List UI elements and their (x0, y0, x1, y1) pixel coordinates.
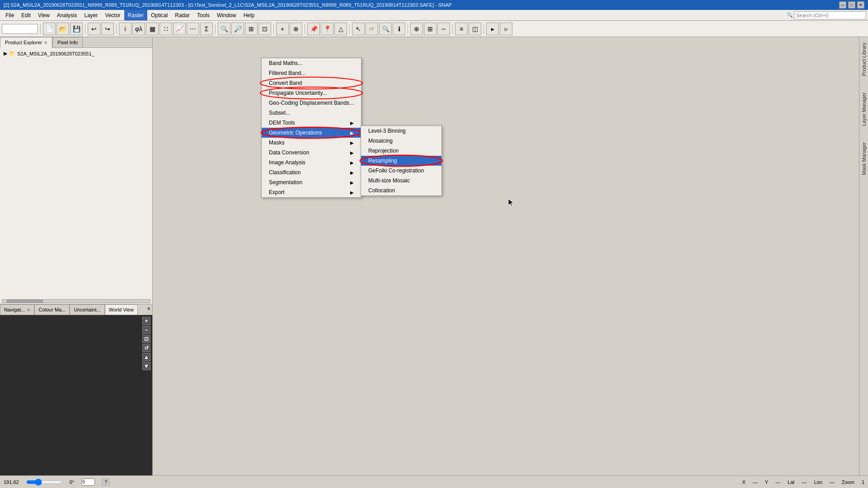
toolbar-scatter2[interactable]: ⋯ (187, 23, 199, 35)
submenu-gefolki[interactable]: GeFolki Co-registration (361, 166, 441, 176)
close-navigator-icon[interactable]: ✕ (27, 307, 30, 312)
toolbar-gcp-manager[interactable]: ⊕ (290, 23, 302, 35)
menu-layer[interactable]: Layer (81, 10, 102, 20)
toolbar-scatter[interactable]: ∷ (160, 23, 172, 35)
toolbar-sync-cursor[interactable]: ⊕ (410, 23, 423, 35)
product-explorer-content: ▶ 📁 S2A_MSIL2A_20190628T023551_ (0, 48, 152, 298)
submenu-resampling[interactable]: Resampling (361, 156, 441, 166)
toolbar-geometry[interactable]: △ (334, 23, 347, 35)
zoom-in-map-btn[interactable]: + (142, 317, 150, 325)
dropdown-propagate-uncertainty[interactable]: Propagate Uncertainty... (262, 88, 361, 98)
toolbar-profile[interactable]: 📈 (173, 23, 186, 35)
submenu-collocation[interactable]: Collocation (361, 186, 441, 195)
dropdown-filtered-band[interactable]: Filtered Band... (262, 68, 361, 78)
dropdown-dem-tools-label: DEM Tools (269, 120, 295, 126)
toolbar-spectrum[interactable]: φλ (132, 23, 145, 35)
tab-navigator[interactable]: Navigat... ✕ (0, 304, 34, 315)
submenu-reprojection[interactable]: Reprojection (361, 146, 441, 156)
dropdown-segmentation[interactable]: Segmentation ▶ (262, 177, 361, 187)
side-tab-mask-manager[interactable]: Mask Manager (860, 139, 868, 179)
nav-up-btn[interactable]: ▲ (142, 353, 150, 361)
menu-analysis[interactable]: Analysis (53, 10, 81, 20)
tab-world-view[interactable]: World View (105, 304, 138, 315)
toolbar-layers[interactable]: ≡ (455, 23, 468, 35)
menu-radar[interactable]: Radar (171, 10, 193, 20)
dropdown-geometric-operations-label: Geometric Operations (269, 130, 322, 136)
coord-display[interactable]: 948.9/6407 (2, 24, 38, 34)
toolbar-pin2[interactable]: 📍 (321, 23, 333, 35)
dropdown-subset-label: Subset... (269, 110, 290, 116)
dropdown-geometric-operations[interactable]: Geometric Operations ▶ (262, 128, 361, 138)
zoom-slider[interactable] (26, 479, 62, 485)
search-input[interactable] (794, 11, 866, 19)
side-tab-layer-manager[interactable]: Layer Manager (860, 89, 868, 130)
toolbar-info-tool[interactable]: ℹ (393, 23, 405, 35)
minimize-button[interactable]: — (839, 1, 846, 9)
toolbar-undo[interactable]: ↩ (88, 23, 100, 35)
close-button[interactable]: ✕ (857, 1, 864, 9)
submenu-multisize-mosaic[interactable]: Multi-size Mosaic (361, 176, 441, 186)
help-btn[interactable]: ? (102, 479, 109, 486)
menu-edit[interactable]: Edit (18, 10, 34, 20)
toolbar-hand[interactable]: ☞ (366, 23, 378, 35)
toolbar-histogram[interactable]: ▦ (146, 23, 159, 35)
dropdown-data-conversion[interactable]: Data Conversion ▶ (262, 148, 361, 158)
toolbar-open[interactable]: 📂 (56, 23, 69, 35)
dropdown-masks[interactable]: Masks ▶ (262, 138, 361, 148)
side-tab-product-library[interactable]: Product Library (860, 39, 868, 80)
menu-optical[interactable]: Optical (147, 10, 171, 20)
tab-colour-manip[interactable]: Colour Ma... (34, 304, 70, 315)
toolbar-separator-6 (305, 23, 305, 34)
toolbar-select[interactable]: ↖ (352, 23, 365, 35)
toolbar-new[interactable]: 📄 (43, 23, 56, 35)
bottom-panel-close[interactable]: × (145, 304, 152, 315)
toolbar-range[interactable]: ↔ (437, 23, 450, 35)
toolbar-sync-views[interactable]: ⊞ (424, 23, 436, 35)
expand-icon: ▶ (4, 51, 7, 56)
toolbar-gcp-add[interactable]: + (276, 23, 289, 35)
zoom-out-map-btn[interactable]: − (142, 326, 150, 334)
toolbar-stats[interactable]: Σ (200, 23, 213, 35)
dropdown-dem-tools[interactable]: DEM Tools ▶ (262, 118, 361, 128)
angle-input[interactable] (81, 479, 95, 486)
toolbar-zoom-all[interactable]: ⊞ (245, 23, 258, 35)
toolbar-pin[interactable]: 📌 (307, 23, 320, 35)
nav-down-btn[interactable]: ▼ (142, 362, 150, 370)
close-product-explorer-icon[interactable]: ✕ (44, 40, 47, 45)
menu-file[interactable]: File (2, 10, 18, 20)
submenu-level3-binning[interactable]: Level-3 Binning (361, 126, 441, 136)
menu-raster[interactable]: Raster (124, 10, 147, 20)
menu-tools[interactable]: Tools (193, 10, 213, 20)
tree-item-root[interactable]: ▶ 📁 S2A_MSIL2A_20190628T023551_ (2, 50, 150, 57)
toolbar-zoom-tool[interactable]: 🔍 (379, 23, 392, 35)
export-arrow: ▶ (350, 190, 354, 195)
toolbar-save[interactable]: 💾 (70, 23, 83, 35)
dropdown-subset[interactable]: Subset... (262, 108, 361, 118)
toolbar-pixel-info[interactable]: i (119, 23, 131, 35)
dropdown-classification[interactable]: Classification ▶ (262, 167, 361, 177)
menu-vector[interactable]: Vector (102, 10, 124, 20)
toolbar-extra1[interactable]: ▸ (486, 23, 499, 35)
toolbar-layers2[interactable]: ◫ (469, 23, 481, 35)
tab-pixel-info[interactable]: Pixel Info (52, 37, 83, 47)
toolbar-zoom-out[interactable]: 🔎 (231, 23, 244, 35)
dropdown-image-analysis[interactable]: Image Analysis ▶ (262, 158, 361, 167)
menu-view[interactable]: View (34, 10, 53, 20)
toolbar-extra2[interactable]: ▹ (500, 23, 512, 35)
menu-help[interactable]: Help (240, 10, 258, 20)
menu-window[interactable]: Window (213, 10, 240, 20)
dropdown-export[interactable]: Export ▶ (262, 187, 361, 197)
toolbar-zoom-in[interactable]: 🔍 (218, 23, 230, 35)
tab-product-explorer[interactable]: Product Explorer ✕ (0, 37, 52, 48)
maximize-button[interactable]: □ (848, 1, 855, 9)
dropdown-convert-band[interactable]: Convert Band (262, 78, 361, 88)
zoom-reset-map-btn[interactable]: ↺ (142, 344, 150, 352)
toolbar-zoom-fit[interactable]: ⊡ (258, 23, 271, 35)
tab-uncertainty[interactable]: Uncertaint... (70, 304, 104, 315)
toolbar-redo[interactable]: ↪ (101, 23, 114, 35)
dropdown-geo-coding[interactable]: Geo-Coding Displacement Bands... (262, 98, 361, 108)
submenu-mosaicing[interactable]: Mosaicing (361, 136, 441, 146)
left-scrollbar[interactable] (2, 299, 150, 303)
zoom-fit-map-btn[interactable]: ⊡ (142, 335, 150, 343)
dropdown-band-maths[interactable]: Band Maths... (262, 58, 361, 68)
